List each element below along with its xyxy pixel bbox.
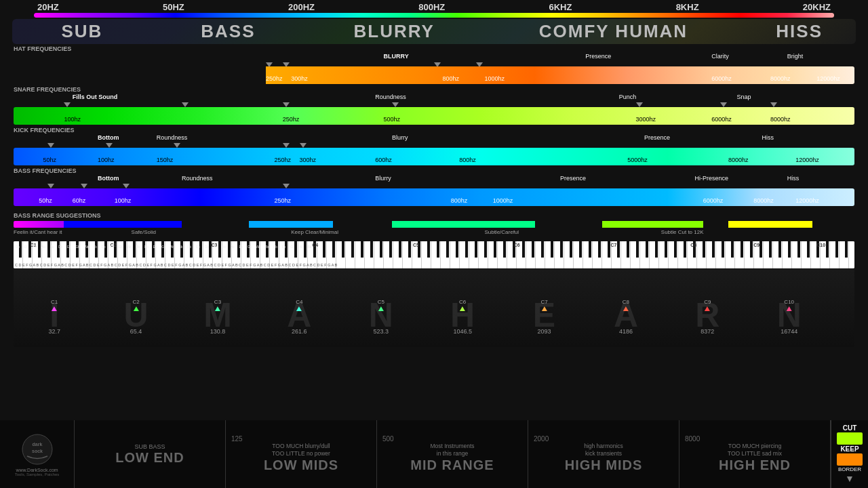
freq-6khz: 6KHZ <box>549 2 572 12</box>
bass-title: BASS FREQUENCIES <box>14 167 854 174</box>
freq-50hz: 50HZ <box>163 2 184 12</box>
kick-title: KICK FREQUENCIES <box>14 127 854 134</box>
hat-label-bright: Bright <box>787 53 804 60</box>
low-end-subtitle: SUB BASS <box>134 443 165 450</box>
freq-800hz: 800HZ <box>418 2 445 12</box>
keep-label: KEEP <box>840 445 859 453</box>
kick-bar: 50hz 100hz 150hz 250hz 300hz 600hz 800hz… <box>14 148 854 165</box>
hat-label-clarity: Clarity <box>711 53 729 60</box>
darksock-logo-icon: dark sock <box>20 432 54 466</box>
range-high-end: 8000 TOO MUCH piercingTOO LITTLE sad mix… <box>679 420 831 488</box>
high-mids-subtitle: high harmonicskick transients <box>584 443 623 458</box>
range-sections: SUB BASS LOW END 125 TOO MUCH blurry/dul… <box>75 420 831 488</box>
range-high-mids: 2000 high harmonicskick transients HIGH … <box>528 420 679 488</box>
spectrum-bar <box>34 13 834 18</box>
hat-label-presence: Presence <box>585 53 611 60</box>
cut-bar-indicator <box>837 432 863 445</box>
freq-20hz: 20HZ <box>37 2 59 12</box>
bottom-section: dark sock www.DarkSock.com Tools, Sample… <box>0 420 868 488</box>
cut-label: CUT <box>843 424 857 432</box>
low-end-title: LOW END <box>115 450 184 466</box>
range-mid: 500 Most Instrumentsin this range MID RA… <box>377 420 528 488</box>
bass-bar: 50hz 60hz 100hz 250hz 800hz 1000hz 6000h… <box>14 188 854 206</box>
hat-section: HAT FREQUENCIES BLURRY Presence Clarity … <box>14 45 854 84</box>
label-bass: BASS <box>149 21 308 42</box>
range-low-mids: 125 TOO MUCH blurry/dullTOO LITTLE no po… <box>226 420 377 488</box>
border-label: BORDER <box>838 466 861 472</box>
label-hiss: HISS <box>746 21 852 42</box>
human-hearing-section: I C1 32.7 U C2 65.4 M C3 <box>14 269 854 347</box>
svg-text:sock: sock <box>32 449 43 453</box>
bass-range-section: BASS RANGE SUGGESTIONS Feelin it/Cant he… <box>14 208 854 240</box>
high-end-subtitle: TOO MUCH piercingTOO LITTLE sad mix <box>728 443 782 458</box>
main-labels-bar: SUB BASS BLURRY COMFY HUMAN HISS <box>12 19 856 44</box>
freq-20khz: 20KHZ <box>803 2 831 12</box>
mid-range-subtitle: Most Instrumentsin this range <box>430 443 474 458</box>
low-mids-title: LOW MIDS <box>264 458 338 473</box>
piano-keyboard: C D E F G A B C D E F G A B C D E F G A … <box>14 241 854 268</box>
snare-section: SNARE FREQUENCIES Fills Out Sound Roundn… <box>14 86 854 125</box>
label-comfy-human: COMFY HUMAN <box>481 21 747 42</box>
freq-200hz: 200HZ <box>288 2 315 12</box>
logo-url: www.DarkSock.com <box>16 468 58 472</box>
hat-bar: 250hz 300hz 800hz 1000hz 6000hz 8000hz 1… <box>14 66 854 84</box>
svg-text:dark: dark <box>32 442 42 447</box>
snare-title: SNARE FREQUENCIES <box>14 86 854 93</box>
high-mids-title: HIGH MIDS <box>565 458 643 473</box>
logo-section: dark sock www.DarkSock.com Tools, Sample… <box>0 420 75 488</box>
kick-section: KICK FREQUENCIES Bottom Roundness Blurry… <box>14 127 854 165</box>
hat-label-blurry: BLURRY <box>384 53 409 60</box>
keep-bar-indicator <box>837 453 863 466</box>
bass-section: BASS FREQUENCIES Bottom Roundness Blurry… <box>14 167 854 206</box>
hat-title: HAT FREQUENCIES <box>14 45 854 52</box>
label-sub: SUB <box>16 21 149 42</box>
freq-header: 20HZ 50HZ 200HZ 800HZ 6KHZ 8KHZ 20KHZ <box>0 0 868 12</box>
bass-range-title: BASS RANGE SUGGESTIONS <box>14 212 101 219</box>
snare-bar: 100hz 250hz 500hz 3000hz 6000hz 8000hz <box>14 107 854 125</box>
cut-keep-panel: CUT KEEP BORDER ▼ <box>831 420 868 488</box>
border-arrow-down: ▼ <box>845 473 854 484</box>
mid-range-title: MID RANGE <box>410 458 494 473</box>
high-end-title: HIGH END <box>719 458 791 473</box>
logo-tagline: Tools, Samples, Patches <box>15 472 60 476</box>
range-low-end: SUB BASS LOW END <box>75 420 226 488</box>
label-blurry: BLURRY <box>308 21 481 42</box>
low-mids-subtitle: TOO MUCH blurry/dullTOO LITTLE no power <box>272 443 330 458</box>
freq-8khz: 8KHZ <box>676 2 699 12</box>
